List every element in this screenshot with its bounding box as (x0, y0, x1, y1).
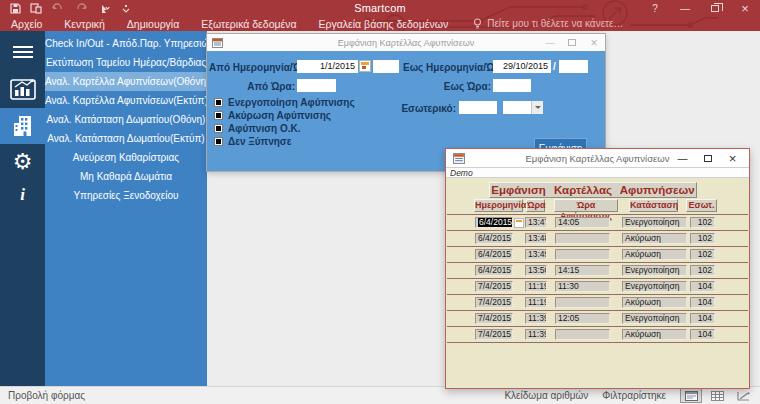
table-row[interactable]: 7/4/2015 11:19 Ακύρωση 104 (447, 295, 748, 311)
cell-time[interactable]: 11:39 (525, 329, 547, 340)
checkbox-did-not-wake[interactable]: Δεν Ξύπνησε (214, 136, 291, 147)
minimize-button[interactable]: — (670, 3, 700, 14)
tab-external-data[interactable]: Εξωτερικά δεδομένα (190, 18, 307, 30)
tab-home[interactable]: Κεντρική (53, 18, 115, 30)
dialog2-close-button[interactable]: × (720, 151, 745, 166)
cell-date[interactable]: 6/4/2015 (475, 249, 513, 260)
restore-button[interactable] (700, 3, 730, 14)
cell-time[interactable]: 11:39 (525, 313, 547, 324)
hotel-building-icon[interactable] (0, 108, 45, 144)
nav-item-wakeup-card-screen[interactable]: Αναλ. Καρτέλλα Αφυπνίσεων(Οθόνη) (45, 72, 207, 91)
nav-item-wakeup-card-print[interactable]: Αναλ. Καρτέλλα Αφυπνίσεων(Εκτύπ) (45, 91, 207, 110)
cell-wake-time[interactable] (555, 297, 610, 308)
checkbox-wakeup-ok[interactable]: Αφύπνιση Ο.Κ. (214, 123, 300, 134)
nav-item-room-status-print[interactable]: Αναλ. Κατάσταση Δωματίου(Εκτύπ) (45, 129, 207, 148)
cell-time[interactable]: 13:47 (525, 217, 547, 228)
to-date-input[interactable]: 29/10/2015 (493, 60, 551, 73)
touch-mode-icon[interactable] (97, 3, 113, 14)
column-header-status[interactable]: Κατάσταση (629, 199, 678, 212)
cell-extension[interactable]: 102 (690, 233, 715, 244)
cell-date[interactable]: 7/4/2015 (475, 281, 513, 292)
date-picker-icon[interactable] (359, 60, 371, 72)
cell-time[interactable]: 11:19 (525, 281, 547, 292)
tab-file[interactable]: Αρχείο (0, 18, 53, 30)
nav-item-find-cleaner[interactable]: Ανεύρεση Καθαρίστριας (45, 148, 207, 167)
nav-item-print-cash[interactable]: Εκτύπωση Ταμείου Ημέρας/Βάρδιας (45, 53, 207, 72)
save-icon[interactable] (10, 3, 21, 14)
form-view-button[interactable] (680, 388, 702, 403)
cell-time[interactable]: 13:48 (525, 233, 547, 244)
cell-wake-time[interactable]: 14:05 (555, 217, 610, 228)
tab-database-tools[interactable]: Εργαλεία βάσης δεδομένων (308, 18, 460, 30)
table-row[interactable]: 6/4/2015 13:48 Ακύρωση 102 (447, 231, 748, 247)
column-header-extension[interactable]: Εσωτ. (686, 199, 717, 212)
cell-time[interactable]: 11:19 (525, 297, 547, 308)
cell-status[interactable]: Ακύρωση (622, 297, 687, 308)
from-time-input[interactable] (297, 79, 336, 92)
cell-status[interactable]: Ενεργοποίηση (622, 281, 687, 292)
chevron-down-icon[interactable] (531, 101, 543, 114)
settings-gear-icon[interactable]: ⚙ (0, 148, 45, 176)
table-row[interactable]: 7/4/2015 11:19 11:30 Ενεργοποίηση 104 (447, 279, 748, 295)
table-row[interactable]: 6/4/2015 13:49 Ακύρωση 102 (447, 247, 748, 263)
cell-status[interactable]: Ακύρωση (622, 329, 687, 340)
column-header-time[interactable]: Ώρα (526, 199, 545, 212)
column-header-date[interactable]: Ημερομηνία (474, 199, 523, 212)
dialog1-title-bar[interactable]: Εμφάνιση Καρτέλλας Αφυπνίσεων — × (207, 34, 605, 51)
datasheet-view-button[interactable] (706, 388, 728, 403)
cell-extension[interactable]: 104 (690, 281, 715, 292)
cell-extension[interactable]: 104 (690, 329, 715, 340)
cell-extension[interactable]: 104 (690, 313, 715, 324)
cell-time[interactable]: 13:50 (525, 265, 547, 276)
cell-wake-time[interactable]: 12:05 (555, 313, 610, 324)
tab-create[interactable]: Δημιουργία (116, 18, 190, 30)
cell-extension[interactable]: 102 (690, 265, 715, 276)
cell-date[interactable]: 6/4/2015 (475, 233, 513, 244)
cell-date[interactable]: 6/4/2015 (475, 265, 513, 276)
design-view-button[interactable] (732, 388, 754, 403)
cell-wake-time[interactable] (555, 249, 610, 260)
cell-time[interactable]: 13:49 (525, 249, 547, 260)
internal-extension-input[interactable] (459, 101, 497, 114)
checkbox-cancellation[interactable]: Ακύρωση Αφύπνισης (214, 110, 331, 121)
cell-wake-time[interactable]: 14:15 (555, 265, 610, 276)
cell-status[interactable]: Ενεργοποίηση (622, 265, 687, 276)
table-row[interactable]: 6/4/2015 13:47 14:05 Ενεργοποίηση 102 (447, 215, 748, 231)
cell-wake-time[interactable] (555, 233, 610, 244)
cell-status[interactable]: Ακύρωση (622, 233, 687, 244)
properties-icon[interactable] (30, 3, 42, 14)
cell-extension[interactable]: 102 (690, 217, 715, 228)
customize-toolbar-icon[interactable] (122, 3, 130, 14)
column-header-wake-time[interactable]: Ώρα Αφύπνησης (554, 199, 618, 212)
table-row[interactable]: 7/4/2015 11:39 12:05 Ενεργοποίηση 104 (447, 311, 748, 327)
tell-me-search[interactable]: Πείτε μου τι θέλετε να κάνετε… (459, 18, 623, 29)
cell-status[interactable]: Ακύρωση (622, 249, 687, 260)
cell-wake-time[interactable] (555, 329, 610, 340)
dialog1-minimize-button[interactable]: — (539, 38, 561, 48)
checkbox-activation[interactable]: Ενεργοποίηση Αφύπνισης (214, 97, 355, 108)
cell-date[interactable]: 7/4/2015 (475, 329, 513, 340)
reports-chart-icon[interactable] (0, 75, 45, 103)
to-time-input[interactable] (493, 79, 531, 92)
from-date-input[interactable]: 1/1/2015 (297, 60, 358, 73)
nav-item-room-status-screen[interactable]: Αναλ. Κατάσταση Δωματίου(Οθόνη) (45, 110, 207, 129)
to-date-time-input[interactable] (559, 60, 588, 73)
filtered-indicator[interactable]: Φιλτραρίστηκε (602, 390, 666, 401)
table-row[interactable]: 7/4/2015 11:39 Ακύρωση 104 (447, 327, 748, 343)
cell-date[interactable]: 7/4/2015 (475, 313, 513, 324)
help-button[interactable]: ? (640, 3, 670, 14)
from-date-time-input[interactable] (373, 60, 399, 73)
dialog1-maximize-button[interactable] (561, 38, 583, 48)
date-picker-icon[interactable] (514, 218, 524, 228)
cell-status[interactable]: Ενεργοποίηση (622, 217, 687, 228)
cell-extension[interactable]: 104 (690, 297, 715, 308)
cell-wake-time[interactable]: 11:30 (555, 281, 610, 292)
dialog2-maximize-button[interactable] (695, 153, 720, 164)
hamburger-menu-icon[interactable] (0, 41, 45, 63)
nav-item-check-in-out[interactable]: Check In/Out - Απόδ.Παρ. Υπηρεσιών (45, 34, 207, 53)
close-button[interactable]: × (730, 1, 760, 16)
table-row[interactable]: 6/4/2015 13:50 14:15 Ενεργοποίηση 102 (447, 263, 748, 279)
cell-status[interactable]: Ενεργοποίηση (622, 313, 687, 324)
cell-extension[interactable]: 102 (690, 249, 715, 260)
dialog1-close-button[interactable]: × (583, 36, 605, 50)
